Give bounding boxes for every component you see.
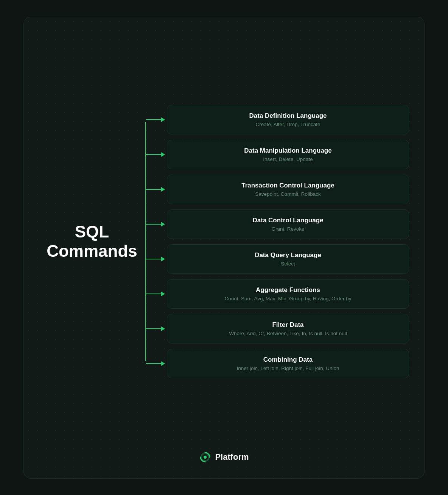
card-filter: Filter Data Where, And, Or, Between, Lik… (167, 314, 409, 344)
platform-label: Platform (215, 452, 249, 462)
card-row-tcl: Transaction Control Language Savepoint, … (146, 175, 409, 204)
platform-logo-icon (199, 451, 211, 463)
arrow-dcl (146, 222, 167, 226)
main-container: SQL Commands Data Definition Langu (23, 17, 425, 479)
card-dql: Data Query Language Select (167, 244, 409, 274)
card-subtitle-dml: Insert, Delete, Update (263, 156, 313, 162)
card-subtitle-tcl: Savepoint, Commit, Rollback (255, 191, 320, 197)
arrow-combine (146, 361, 167, 366)
arrow-dml (146, 152, 167, 157)
card-row-combine: Combining Data Inner join, Left join, Ri… (146, 349, 409, 378)
card-row-ddl: Data Definition Language Create, Alter, … (146, 105, 409, 134)
card-subtitle-ddl: Create, Alter, Drop, Truncate (255, 122, 320, 127)
card-title-agg: Aggregate Functions (256, 286, 320, 294)
card-subtitle-filter: Where, And, Or, Between, Like, In, Is nu… (229, 331, 347, 336)
card-subtitle-dcl: Grant, Revoke (271, 226, 304, 232)
card-title-filter: Filter Data (272, 321, 303, 329)
card-title-ddl: Data Definition Language (249, 112, 327, 120)
left-label: SQL Commands (39, 222, 145, 261)
title-line2: Commands (47, 242, 137, 260)
sql-commands-title: SQL Commands (47, 222, 137, 261)
footer: Platform (199, 451, 249, 463)
card-combine: Combining Data Inner join, Left join, Ri… (167, 349, 409, 378)
card-subtitle-dql: Select (281, 261, 295, 267)
card-title-combine: Combining Data (263, 356, 313, 364)
card-row-dql: Data Query Language Select (146, 244, 409, 274)
arrow-tcl (146, 187, 167, 192)
card-title-dql: Data Query Language (255, 251, 321, 259)
card-row-dcl: Data Control Language Grant, Revoke (146, 209, 409, 239)
card-title-tcl: Transaction Control Language (241, 182, 334, 189)
svg-point-0 (204, 456, 207, 459)
card-agg: Aggregate Functions Count, Sum, Avg, Max… (167, 279, 409, 309)
diagram-section: SQL Commands Data Definition Langu (39, 36, 409, 447)
arrow-ddl (146, 117, 167, 122)
cards-list: Data Definition Language Create, Alter, … (146, 105, 409, 378)
card-row-dml: Data Manipulation Language Insert, Delet… (146, 140, 409, 169)
card-subtitle-agg: Count, Sum, Avg, Max, Min, Group by, Hav… (225, 296, 352, 301)
card-row-agg: Aggregate Functions Count, Sum, Avg, Max… (146, 279, 409, 309)
card-subtitle-combine: Inner join, Left join, Right join, Full … (237, 365, 339, 371)
card-title-dcl: Data Control Language (252, 217, 323, 224)
card-tcl: Transaction Control Language Savepoint, … (167, 175, 409, 204)
card-ddl: Data Definition Language Create, Alter, … (167, 105, 409, 134)
title-line1: SQL (75, 222, 109, 241)
arrow-agg (146, 292, 167, 296)
card-dml: Data Manipulation Language Insert, Delet… (167, 140, 409, 169)
arrow-filter (146, 326, 167, 331)
card-dcl: Data Control Language Grant, Revoke (167, 209, 409, 239)
card-row-filter: Filter Data Where, And, Or, Between, Lik… (146, 314, 409, 344)
arrow-dql (146, 257, 167, 261)
card-title-dml: Data Manipulation Language (244, 147, 331, 155)
